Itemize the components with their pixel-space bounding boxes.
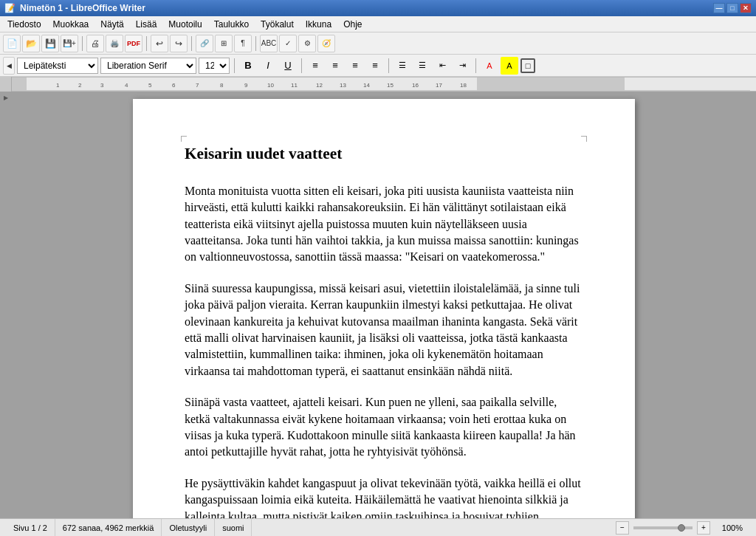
svg-text:2: 2 — [78, 82, 82, 89]
autocorrect-button[interactable]: ✓ — [279, 35, 297, 52]
svg-text:18: 18 — [460, 82, 467, 89]
indent-increase-button[interactable]: ⇥ — [453, 57, 471, 75]
svg-text:12: 12 — [316, 82, 323, 89]
zoom-out-button[interactable]: − — [616, 521, 629, 535]
print-preview-button[interactable]: 🖨 — [86, 35, 104, 52]
document-content[interactable]: Keisarin uudet vaatteet Monta monituista… — [185, 143, 583, 518]
save-button[interactable]: 💾 — [41, 35, 59, 52]
left-margin-indicator: ▶ — [4, 95, 8, 101]
minimize-button[interactable]: — — [713, 3, 725, 13]
paragraph-3[interactable]: Siinäpä vasta vaatteet, ajatteli keisari… — [185, 394, 583, 461]
svg-text:16: 16 — [412, 82, 419, 89]
open-button[interactable]: 📂 — [22, 35, 40, 52]
zoom-thumb[interactable] — [678, 524, 685, 532]
svg-text:9: 9 — [244, 82, 248, 89]
svg-text:13: 13 — [340, 82, 346, 89]
zoom-in-button[interactable]: + — [697, 521, 710, 535]
save-as-button[interactable]: 💾+ — [61, 35, 78, 52]
maximize-button[interactable]: □ — [726, 3, 738, 13]
pdf-button[interactable]: PDF — [125, 35, 142, 52]
app-icon: 📝 — [4, 3, 16, 13]
list-ordered-button[interactable]: ☰ — [413, 57, 431, 75]
separator4 — [255, 36, 256, 51]
paragraph-4[interactable]: He pysäyttiväkin kahdet kangaspuut ja ol… — [185, 475, 583, 518]
align-justify-button[interactable]: ≡ — [366, 57, 384, 75]
svg-text:8: 8 — [220, 82, 224, 89]
hyperlink-button[interactable]: 🔗 — [196, 35, 213, 52]
page-info: Sivu 1 / 2 — [6, 519, 55, 536]
menu-muokkaa[interactable]: Muokkaa — [49, 18, 94, 31]
navigator-button[interactable]: 🧭 — [317, 35, 335, 52]
title-bar-text: 📝 Nimetön 1 - LibreOffice Writer — [4, 3, 145, 13]
close-button[interactable]: ✕ — [740, 3, 752, 13]
align-center-button[interactable]: ≡ — [326, 57, 344, 75]
list-unordered-button[interactable]: ☰ — [394, 57, 411, 75]
font-size-select[interactable]: 12 — [199, 58, 230, 74]
corner-mark-tl — [181, 136, 187, 142]
align-left-button[interactable]: ≡ — [306, 57, 324, 75]
ruler-left-margin — [0, 77, 12, 92]
highlight-color-button[interactable]: A — [501, 57, 518, 75]
macro-button[interactable]: ⚙ — [298, 35, 316, 52]
svg-text:6: 6 — [172, 82, 176, 89]
status-bar: Sivu 1 / 2 672 sanaa, 4962 merkkiä Oletu… — [0, 518, 756, 536]
title-bar: 📝 Nimetön 1 - LibreOffice Writer — □ ✕ — [0, 0, 756, 16]
redo-button[interactable]: ↪ — [170, 35, 188, 52]
title-bar-controls: — □ ✕ — [713, 3, 752, 13]
document-title: Keisarin uudet vaatteet — [185, 143, 583, 165]
svg-text:10: 10 — [267, 82, 274, 89]
print-button[interactable]: 🖨️ — [106, 35, 123, 52]
ruler-main: 1 2 3 4 5 6 7 8 9 10 11 12 13 14 15 16 1… — [12, 77, 756, 92]
indent-decrease-button[interactable]: ⇤ — [433, 57, 451, 75]
separator-color — [475, 58, 476, 73]
left-margin-bar: ▶ — [0, 92, 12, 518]
menu-ikkuna[interactable]: Ikkuna — [301, 18, 336, 31]
ruler: 1 2 3 4 5 6 7 8 9 10 11 12 13 14 15 16 1… — [0, 77, 756, 92]
menu-nayta[interactable]: Näytä — [96, 18, 128, 31]
separator2 — [146, 36, 147, 51]
status-right: − + 100% — [616, 521, 750, 535]
content-area: ▶ Keisarin uudet vaatteet Monta monituis… — [0, 92, 756, 518]
language-info: suomi — [215, 519, 252, 536]
svg-text:3: 3 — [100, 82, 104, 89]
svg-text:17: 17 — [436, 82, 442, 89]
italic-button[interactable]: I — [259, 57, 277, 75]
toggle-button[interactable]: ¶ — [234, 35, 252, 52]
new-button[interactable]: 📄 — [3, 35, 21, 52]
word-count: 672 sanaa, 4962 merkkiä — [55, 519, 162, 536]
font-color-button[interactable]: A — [481, 57, 498, 75]
paragraph-style-select[interactable]: Leipäteksti — [17, 58, 98, 74]
table-button[interactable]: ⊞ — [215, 35, 233, 52]
undo-button[interactable]: ↩ — [151, 35, 168, 52]
menu-tiedosto[interactable]: Tiedosto — [3, 18, 46, 31]
spellcheck-button[interactable]: ABC — [260, 35, 278, 52]
border-button[interactable]: □ — [520, 58, 535, 73]
toolbar-formatting: ◀ Leipäteksti Liberation Serif 12 B I U … — [0, 55, 756, 77]
zoom-slider[interactable] — [633, 526, 693, 529]
svg-text:15: 15 — [387, 82, 394, 89]
align-right-button[interactable]: ≡ — [346, 57, 364, 75]
paragraph-2[interactable]: Siinä suuressa kaupungissa, missä keisar… — [185, 281, 583, 379]
window-title: Nimetön 1 - LibreOffice Writer — [20, 3, 145, 13]
separator-list — [388, 58, 389, 73]
separator-align — [301, 58, 302, 73]
svg-text:14: 14 — [363, 82, 370, 89]
font-name-select[interactable]: Liberation Serif — [100, 58, 196, 74]
menu-muotoilu[interactable]: Muotoilu — [164, 18, 206, 31]
menu-ohje[interactable]: Ohje — [339, 18, 366, 31]
svg-rect-20 — [477, 78, 625, 92]
corner-mark-tr — [581, 136, 587, 142]
svg-rect-19 — [12, 78, 27, 92]
svg-text:1: 1 — [56, 82, 60, 89]
svg-text:5: 5 — [148, 82, 152, 89]
page-container[interactable]: Keisarin uudet vaatteet Monta monituista… — [12, 92, 756, 518]
menu-tyokalut[interactable]: Työkalut — [256, 18, 298, 31]
paragraph-1[interactable]: Monta monituista vuotta sitten eli keisa… — [185, 183, 583, 266]
menu-taulukko[interactable]: Taulukko — [210, 18, 253, 31]
bold-button[interactable]: B — [239, 57, 257, 75]
menu-lisaa[interactable]: Lisää — [131, 18, 162, 31]
zoom-level: 100% — [715, 523, 750, 532]
style-dropdown-arrow[interactable]: ◀ — [3, 57, 15, 75]
underline-button[interactable]: U — [279, 57, 297, 75]
separator3 — [191, 36, 192, 51]
